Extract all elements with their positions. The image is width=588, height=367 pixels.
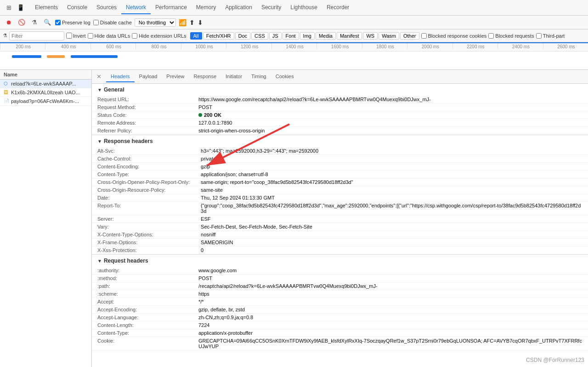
hide-extension-urls-checkbox[interactable] [132,33,137,39]
header-label: Accept-Language: [92,314,193,321]
detail-tab-cookies[interactable]: Cookies [271,71,299,82]
hide-data-urls-checkbox[interactable] [88,33,93,39]
blocked-cookies-checkbox[interactable] [421,33,427,39]
table-row: Content-Length:7224 [92,321,588,329]
header-value: https [193,290,588,298]
filter-btn-js[interactable]: JS [269,32,282,40]
devtools-tab-network[interactable]: Network [121,1,151,14]
filter-btn-ws[interactable]: WS [363,32,378,40]
blocked-requests-label[interactable]: Blocked requests [488,33,534,39]
detail-tab-payload[interactable]: Payload [135,71,162,82]
devtools-tab-recorder[interactable]: Recorder [322,1,354,14]
devtools-tab-sources[interactable]: Sources [92,1,121,14]
filter-btn-wasm[interactable]: Wasm [379,32,399,40]
filter-btn-manifest[interactable]: Manifest [337,32,362,40]
third-party-label[interactable]: Third-part [536,33,565,39]
ruler-tick: 2200 ms [452,43,498,49]
filter-btn-group: AllFetch/XHRDocCSSJSFontImgMediaManifest… [190,32,419,40]
hide-data-urls-text: Hide data URLs [95,33,130,39]
response-headers-section-header[interactable]: ▼ Response headers [92,135,588,147]
third-party-checkbox[interactable] [536,33,542,39]
filter-btn-fetch/xhr[interactable]: Fetch/XHR [203,32,234,40]
table-row: Request Method:POST [92,103,588,111]
header-value: same-site [195,186,588,194]
table-row: Remote Address:127.0.0.1:7890 [92,119,588,127]
timeline-bars [0,52,588,70]
detail-tab-initiator[interactable]: Initiator [221,71,247,82]
header-value: 127.0.0.1:7890 [193,119,588,127]
filter-btn-css[interactable]: CSS [251,32,268,40]
detail-tab-preview[interactable]: Preview [162,71,189,82]
filter-btn-doc[interactable]: Doc [235,32,251,40]
throttle-select[interactable]: No throttling [135,18,176,27]
search-btn[interactable]: 🔍 [42,17,52,28]
hide-extension-urls-label[interactable]: Hide extension URLs [132,33,186,39]
filter-btn-media[interactable]: Media [316,32,336,40]
detail-tab-headers[interactable]: Headers [106,71,135,82]
devtools-tab-console[interactable]: Console [62,1,92,14]
detail-tab-response[interactable]: Response [189,71,221,82]
devtools-tab-performance[interactable]: Performance [151,1,192,14]
devtools-tab-lighthouse[interactable]: Lighthouse [286,1,322,14]
header-label: X-Frame-Options: [92,239,195,247]
disable-cache-label[interactable]: Disable cache [93,20,132,25]
request-headers-table: :authority:www.google.com:method:POST:pa… [92,267,588,350]
response-arrow: ▼ [97,139,102,144]
header-value: Sec-Fetch-Dest, Sec-Fetch-Mode, Sec-Fetc… [195,223,588,231]
filter-btn-all[interactable]: All [190,32,202,40]
request-name: payload?p=06AFcWeA6Km-... [11,98,79,104]
main-area: Name ⬡reload?k=6Le-wvkSAAAAP...🖼K1x6b-2K… [0,70,588,367]
detail-tab-timing[interactable]: Timing [247,71,271,82]
devtools-tab-memory[interactable]: Memory [192,1,220,14]
header-label: :authority: [92,267,193,275]
header-value: www.google.com [193,267,588,275]
header-label: :method: [92,275,193,282]
invert-text: Invert [73,33,86,39]
blocked-requests-checkbox[interactable] [488,33,494,39]
preserve-log-label[interactable]: Preserve log [55,20,90,25]
filter-toggle-btn[interactable]: ⚗ [29,17,40,28]
general-section-header[interactable]: ▼ General [92,84,588,96]
disable-cache-checkbox[interactable] [93,20,99,25]
devtools-tab-security[interactable]: Security [257,1,286,14]
request-item[interactable]: 🖼K1x6b-2KMXAL0Ilzeah UAO... [0,88,91,97]
upload-icon: ⬆ [189,19,195,26]
invert-checkbox[interactable] [66,33,72,39]
devtools-tab-elements[interactable]: Elements [30,1,62,14]
clear-btn[interactable]: 🚫 [17,17,27,28]
header-value: 0 [195,247,588,254]
devtools-tab-bar: ⊞ 📱 ElementsConsoleSourcesNetworkPerform… [0,0,588,16]
header-label: Cache-Control: [92,155,195,163]
header-label: Request URL: [92,96,193,103]
request-headers-section-header[interactable]: ▼ Request headers [92,255,588,267]
invert-label[interactable]: Invert [66,33,86,39]
devtools-icon-1[interactable]: ⊞ [4,3,14,13]
stop-recording-btn[interactable]: ⏺ [4,17,14,28]
request-list-header-text: Name [4,72,17,77]
filter-input[interactable] [11,33,57,39]
table-row: Accept:*/* [92,298,588,306]
header-value: */* [193,298,588,306]
table-row: X-Xss-Protection:0 [92,247,588,254]
filter-btn-img[interactable]: Img [300,32,315,40]
request-item[interactable]: ⬡reload?k=6Le-wvkSAAAAP... [0,80,91,88]
devtools-icon-2[interactable]: 📱 [16,3,26,13]
table-row: Alt-Svc:h3=":443"; ma=2592000,h3-29=":44… [92,147,588,155]
header-value: application/json; charset=utf-8 [195,171,588,178]
hide-data-urls-label[interactable]: Hide data URLs [88,33,130,39]
filter-btn-other[interactable]: Other [400,32,419,40]
filter-btn-font[interactable]: Font [283,32,299,40]
header-value: GRECAPTCHA=09Al66qCC5OSnK0XrnTFDW9iXy9fA… [193,337,588,350]
ruler-tick: 1400 ms [271,43,317,49]
header-value: https://www.google.com/recaptcha/api2/re… [193,96,588,103]
preserve-log-checkbox[interactable] [55,20,61,25]
table-row: X-Frame-Options:SAMEORIGIN [92,239,588,247]
devtools-tab-application[interactable]: Application [220,1,257,14]
table-row: X-Content-Type-Options:nosniff [92,231,588,239]
header-value: ESF [195,215,588,223]
general-table: Request URL:https://www.google.com/recap… [92,96,588,135]
request-item[interactable]: 📄payload?p=06AFcWeA6Km-... [0,97,91,106]
detail-content: ▼ General Request URL:https://www.google… [92,84,588,367]
close-detail-btn[interactable]: ✕ [95,71,103,82]
blocked-cookies-label[interactable]: Blocked response cookies [421,33,487,39]
